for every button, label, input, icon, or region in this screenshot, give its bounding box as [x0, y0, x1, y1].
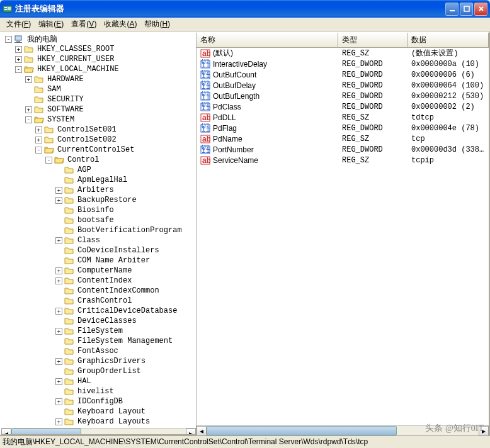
tree-label[interactable]: HAL — [76, 376, 93, 386]
menu-文件[interactable]: 文件(F) — [3, 18, 35, 31]
list-row[interactable]: 011110OutBufDelayREG_DWORD0x00000064 (10… — [197, 80, 489, 91]
menu-编辑[interactable]: 编辑(E) — [35, 18, 67, 31]
tree-node-SAM[interactable]: SAM — [3, 84, 195, 94]
expander-icon[interactable]: - — [5, 36, 12, 43]
tree-label[interactable]: SAM — [46, 84, 62, 94]
tree-node-ContentIndexCommon[interactable]: ContentIndexCommon — [3, 286, 195, 296]
tree-node-Keyboard-Layouts[interactable]: +Keyboard Layouts — [3, 417, 195, 427]
tree-node-GraphicsDrivers[interactable]: +GraphicsDrivers — [3, 356, 195, 366]
list-row[interactable]: ab(默认)REG_SZ(数值未设置) — [197, 48, 489, 59]
tree-node-CrashControl[interactable]: CrashControl — [3, 296, 195, 306]
tree-node-SYSTEM[interactable]: -SYSTEM — [3, 115, 195, 125]
tree-label[interactable]: ControlSet002 — [56, 135, 118, 145]
tree-label[interactable]: Arbiters — [76, 185, 115, 195]
column-type[interactable]: 类型 — [338, 33, 407, 47]
column-name[interactable]: 名称 — [197, 33, 338, 47]
tree-label[interactable]: Control — [66, 155, 100, 165]
tree-label[interactable]: BootVerificationProgram — [76, 225, 183, 235]
expander-icon[interactable]: + — [55, 308, 62, 315]
tree-label[interactable]: ComputerName — [76, 266, 133, 276]
tree-node-DeviceClasses[interactable]: DeviceClasses — [3, 316, 195, 326]
tree-node-FileSystem-Management[interactable]: FileSystem Management — [3, 336, 195, 346]
list-row[interactable]: abPdNameREG_SZtcp — [197, 133, 489, 144]
close-button[interactable] — [474, 3, 487, 16]
tree-label[interactable]: CriticalDeviceDatabase — [76, 306, 178, 316]
tree-label[interactable]: ContentIndexCommon — [76, 286, 161, 296]
expander-icon[interactable]: + — [25, 106, 32, 113]
expander-icon[interactable]: + — [25, 76, 32, 83]
list-row[interactable]: 011110OutBufCountREG_DWORD0x00000006 (6) — [197, 69, 489, 80]
tree-label[interactable]: ApmLegalHal — [76, 175, 128, 185]
scroll-right-icon[interactable]: ▸ — [186, 428, 196, 434]
tree-node-Keyboard-Layout[interactable]: Keyboard Layout — [3, 406, 195, 417]
tree-label[interactable]: hivelist — [76, 386, 115, 396]
list-row[interactable]: abServiceNameREG_SZtcpip — [197, 155, 489, 165]
tree-label[interactable]: SECURITY — [46, 94, 85, 104]
expander-icon[interactable]: + — [55, 398, 62, 405]
expander-icon[interactable]: + — [15, 56, 22, 63]
tree-node-GroupOrderList[interactable]: GroupOrderList — [3, 366, 195, 376]
tree-label[interactable]: GraphicsDrivers — [76, 356, 147, 366]
tree-label[interactable]: FileSystem Management — [76, 336, 174, 346]
expander-icon[interactable]: + — [35, 126, 42, 133]
expander-icon[interactable]: - — [45, 157, 52, 164]
tree-node-HKEY_LOCAL_MACHINE[interactable]: -HKEY_LOCAL_MACHINE — [3, 64, 195, 74]
tree-scrollbar[interactable]: ◂ ▸ — [1, 428, 196, 434]
tree-node-AGP[interactable]: AGP — [3, 165, 195, 175]
tree-label[interactable]: Keyboard Layouts — [76, 417, 151, 427]
tree-node-CriticalDeviceDatabase[interactable]: +CriticalDeviceDatabase — [3, 306, 195, 316]
expander-icon[interactable]: + — [15, 46, 22, 53]
tree-node-HAL[interactable]: +HAL — [3, 376, 195, 386]
menu-收藏夹[interactable]: 收藏夹(A) — [100, 18, 140, 31]
tree-label[interactable]: Class — [76, 235, 101, 245]
tree-label[interactable]: SOFTWARE — [46, 104, 85, 115]
list-row[interactable]: 011110PortNumberREG_DWORD0x00000d3d (338… — [197, 144, 489, 155]
minimize-button[interactable] — [445, 3, 459, 16]
tree-node-FontAssoc[interactable]: FontAssoc — [3, 346, 195, 356]
tree-node-COM-Name-Arbiter[interactable]: COM Name Arbiter — [3, 255, 195, 266]
scroll-thumb[interactable] — [11, 428, 81, 434]
expander-icon[interactable]: + — [55, 187, 62, 194]
list-row[interactable]: 011110OutBufLengthREG_DWORD0x00000212 (5… — [197, 91, 489, 101]
tree-node-Arbiters[interactable]: +Arbiters — [3, 185, 195, 195]
menu-查看[interactable]: 查看(V) — [67, 18, 100, 31]
list-pane[interactable]: 名称 类型 数据 ab(默认)REG_SZ(数值未设置)011110Intera… — [197, 33, 489, 434]
tree-label[interactable]: HKEY_CLASSES_ROOT — [36, 44, 115, 54]
list-row[interactable]: abPdDLLREG_SZtdtcp — [197, 112, 489, 123]
tree-label[interactable]: CoDeviceInstallers — [76, 245, 161, 255]
tree-label[interactable]: HARDWARE — [46, 74, 85, 84]
tree-node-IDConfigDB[interactable]: +IDConfigDB — [3, 396, 195, 406]
tree-label[interactable]: Keyboard Layout — [76, 406, 147, 417]
tree-node-BootVerificationProgram[interactable]: BootVerificationProgram — [3, 225, 195, 235]
tree-node-ContentIndex[interactable]: +ContentIndex — [3, 276, 195, 286]
tree-label[interactable]: Biosinfo — [76, 205, 115, 215]
tree-node-Biosinfo[interactable]: Biosinfo — [3, 205, 195, 215]
tree-node-ControlSet002[interactable]: +ControlSet002 — [3, 135, 195, 145]
tree-label[interactable]: CurrentControlSet — [56, 145, 135, 155]
tree-node-SOFTWARE[interactable]: +SOFTWARE — [3, 104, 195, 115]
expander-icon[interactable]: - — [35, 147, 42, 154]
expander-icon[interactable]: - — [15, 66, 22, 73]
tree-label[interactable]: BackupRestore — [76, 195, 138, 205]
tree-label[interactable]: FileSystem — [76, 326, 124, 336]
tree-label[interactable]: HKEY_LOCAL_MACHINE — [36, 64, 120, 74]
tree-node-HKEY_CLASSES_ROOT[interactable]: +HKEY_CLASSES_ROOT — [3, 44, 195, 54]
tree-label[interactable]: DeviceClasses — [76, 316, 138, 326]
tree-label[interactable]: IDConfigDB — [76, 396, 124, 406]
tree-node-ComputerName[interactable]: +ComputerName — [3, 266, 195, 276]
tree-label[interactable]: COM Name Arbiter — [76, 255, 151, 266]
tree-node-HKEY_CURRENT_USER[interactable]: +HKEY_CURRENT_USER — [3, 54, 195, 64]
expander-icon[interactable]: + — [55, 277, 62, 284]
scroll-thumb[interactable] — [207, 426, 397, 434]
tree-label[interactable]: HKEY_CURRENT_USER — [36, 54, 115, 64]
maximize-button[interactable] — [460, 3, 473, 16]
tree-node-CurrentControlSet[interactable]: -CurrentControlSet — [3, 145, 195, 155]
expander-icon[interactable]: + — [55, 267, 62, 274]
tree-node-bootsafe[interactable]: bootsafe — [3, 215, 195, 225]
tree-node-SECURITY[interactable]: SECURITY — [3, 94, 195, 104]
tree-node-HARDWARE[interactable]: +HARDWARE — [3, 74, 195, 84]
expander-icon[interactable]: + — [55, 418, 62, 425]
list-row[interactable]: 011110PdClassREG_DWORD0x00000002 (2) — [197, 101, 489, 112]
tree-node-BackupRestore[interactable]: +BackupRestore — [3, 195, 195, 205]
tree-node-Control[interactable]: -Control — [3, 155, 195, 165]
